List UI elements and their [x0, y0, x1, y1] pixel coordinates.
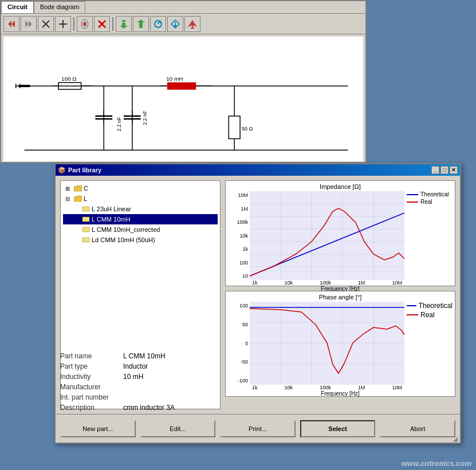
part-name-value: L CMM 10mH: [123, 352, 166, 360]
svg-rect-16: [139, 22, 143, 28]
int-part-label: Int. part number: [60, 393, 123, 401]
dialog-title-text: Part library: [68, 167, 101, 173]
part-details-panel: Part name L CMM 10mH Part type Inductor …: [60, 351, 221, 413]
theoretical-label: Theoretical: [420, 191, 449, 198]
new-part-button[interactable]: New part...: [60, 420, 136, 437]
cap2-label: 2.2 nF: [142, 110, 148, 125]
toolbar-btn-forward[interactable]: [21, 16, 37, 32]
svg-rect-55: [82, 238, 89, 242]
info-panel: Impedance [Ω] 10M1M100k10k1k10010: [225, 180, 455, 409]
toolbar-btn-arrow-up[interactable]: [133, 16, 149, 32]
impedance-chart: Impedance [Ω] 10M1M100k10k1k10010: [225, 180, 455, 286]
impedance-chart-svg: [250, 191, 404, 280]
tree-item-lcmm-corrected-label: L CMM 10mH_corrected: [92, 226, 160, 233]
toolbar-btn-back[interactable]: [3, 16, 19, 32]
phase-x-axis-label: Frequency [Hz]: [228, 390, 453, 397]
toolbar-btn-delete[interactable]: [55, 16, 71, 32]
toolbar-btn-cross-red[interactable]: [94, 16, 110, 32]
dialog-icon: 📦: [58, 167, 66, 174]
circuit-canvas: 100 Ω 10 mH 2.2 nF 2.2 nF: [3, 37, 363, 161]
toolbar-btn-cut[interactable]: [38, 16, 54, 32]
real-line-indicator: [407, 202, 418, 203]
tree-item-c[interactable]: ⊞ C: [63, 183, 218, 193]
folder-icon-l: [73, 194, 82, 203]
svg-marker-3: [29, 21, 32, 27]
tree-item-c-label: C: [84, 185, 88, 192]
tree-item-lcmm-label: L CMM 10mH: [92, 216, 130, 223]
abort-button[interactable]: Abort: [380, 420, 455, 437]
toolbar-btn-plane[interactable]: [184, 16, 200, 32]
part-name-label: Part name: [60, 352, 123, 360]
part-library-dialog: 📦 Part library _ □ ✕ ⊞ C ⊟: [54, 163, 461, 444]
folder-icon-c: [73, 184, 82, 193]
dialog-close-button[interactable]: ✕: [450, 166, 458, 174]
item-icon-l23uh: [81, 204, 91, 214]
select-button[interactable]: Select: [300, 420, 376, 437]
item-icon-ldcmm: [81, 235, 91, 244]
dialog-minimize-button[interactable]: _: [431, 166, 439, 174]
tree-item-l23uh[interactable]: L 23uH Linear: [63, 204, 218, 214]
tree-item-l-label: L: [84, 195, 87, 202]
toolbar-sep-1: [73, 17, 74, 31]
print-button[interactable]: Print...: [220, 420, 296, 437]
part-type-label: Part type: [60, 362, 123, 370]
description-value: cmm inductor 3A: [123, 404, 175, 412]
tree-item-l23uh-label: L 23uH Linear: [92, 206, 131, 212]
phase-real-line-indicator: [407, 314, 418, 315]
part-name-row: Part name L CMM 10mH: [60, 351, 221, 361]
svg-marker-17: [137, 19, 145, 22]
dialog-title-left: 📦 Part library: [58, 167, 101, 174]
res2-label: 50 Ω: [242, 126, 253, 132]
toolbar-btn-rotate[interactable]: [150, 16, 166, 32]
int-part-row: Int. part number: [60, 392, 221, 402]
svg-marker-14: [120, 26, 128, 29]
tree-item-lcmm[interactable]: L CMM 10mH: [63, 214, 218, 224]
cap1-label: 2.2 nF: [116, 117, 122, 132]
svg-rect-50: [229, 116, 240, 139]
description-row: Description cmm inductor 3A: [60, 402, 221, 413]
circuit-titlebar: Circuit Bode diagram: [1, 1, 365, 14]
tree-item-lcmm-corrected[interactable]: L CMM 10mH_corrected: [63, 224, 218, 235]
tree-item-l[interactable]: ⊟ L: [63, 193, 218, 204]
toolbar-sep-2: [112, 17, 113, 31]
tab-circuit[interactable]: Circuit: [1, 1, 34, 13]
phase-y-labels: 100500-50-100: [228, 302, 250, 385]
part-type-value: Inductor: [123, 362, 148, 370]
phase-legend-theoretical: Theoretical: [407, 302, 453, 310]
phase-chart-title: Phase angle [°]: [228, 294, 453, 301]
item-icon-lcmm-corrected: [81, 225, 91, 234]
inductivity-value: 10 mH: [123, 373, 143, 381]
phase-legend: Theoretical Real: [407, 302, 453, 385]
impedance-x-labels: 1k10k100k1M10M: [228, 280, 453, 286]
svg-rect-53: [82, 217, 89, 222]
phase-theoretical-label: Theoretical: [419, 302, 453, 310]
svg-rect-13: [122, 20, 125, 26]
description-label: Description: [60, 404, 123, 412]
watermark: www.cntronics.com: [402, 459, 471, 468]
manufacturer-row: Manufacturer: [60, 382, 221, 392]
svg-rect-54: [82, 227, 89, 232]
tree-item-ldcmm-label: Ld CMM 10mH (50uH): [92, 236, 155, 243]
tab-bode[interactable]: Bode diagram: [34, 1, 86, 13]
circuit-window: Circuit Bode diagram: [0, 0, 367, 163]
svg-rect-36: [167, 82, 196, 89]
phase-x-labels: 1k10k100k1M10M: [228, 385, 453, 390]
inductivity-row: Inductivity 10 mH: [60, 372, 221, 382]
svg-rect-52: [82, 207, 89, 211]
toolbar-btn-arrow-down-l[interactable]: [116, 16, 132, 32]
theoretical-line-indicator: [407, 194, 418, 195]
phase-real-label: Real: [420, 311, 435, 319]
toolbar-btn-arrow-down-r[interactable]: [167, 16, 183, 32]
toolbar-btn-speaker[interactable]: [77, 16, 93, 32]
item-icon-lcmm: [81, 215, 91, 224]
resistor-label: 100 Ω: [61, 76, 77, 82]
circuit-toolbar: [1, 14, 365, 34]
real-label: Real: [420, 199, 432, 205]
edit-button[interactable]: Edit...: [140, 420, 216, 437]
impedance-chart-title: Impedance [Ω]: [228, 183, 453, 190]
tree-item-ldcmm[interactable]: Ld CMM 10mH (50uH): [63, 235, 218, 245]
dialog-restore-button[interactable]: □: [440, 166, 449, 174]
resize-handle[interactable]: ◢: [453, 436, 459, 441]
dialog-controls: _ □ ✕: [431, 166, 458, 174]
svg-marker-1: [11, 21, 15, 27]
